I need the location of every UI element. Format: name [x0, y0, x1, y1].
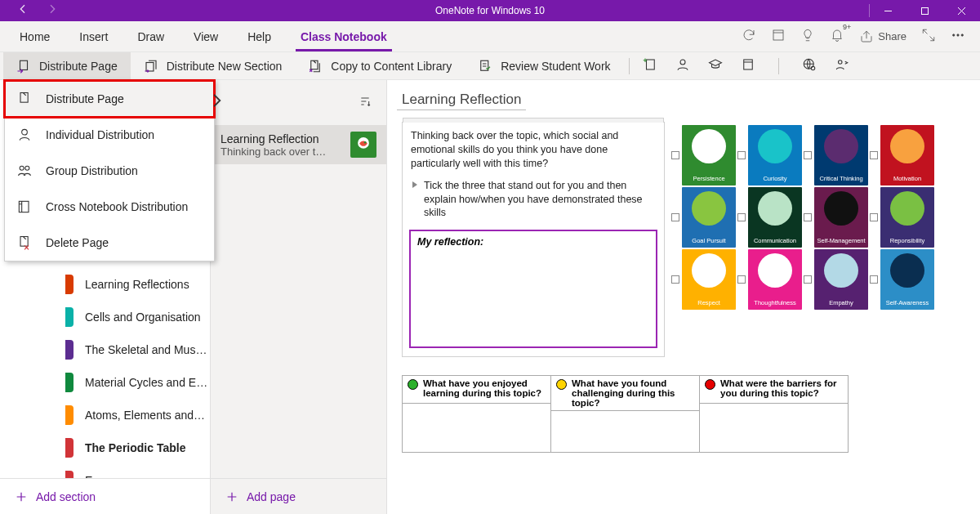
add-page-button[interactable]: Add page	[211, 478, 386, 514]
graduation-icon[interactable]	[708, 57, 723, 75]
skill-checkbox[interactable]	[804, 213, 812, 221]
more-icon[interactable]	[951, 28, 965, 45]
back-icon[interactable]	[16, 2, 29, 19]
skill-checkbox[interactable]	[671, 151, 679, 159]
skill-checkbox[interactable]	[737, 275, 746, 284]
idea-icon[interactable]	[800, 28, 815, 45]
window-title: OneNote for Windows 10	[435, 5, 545, 16]
skill-card-label: Empathy	[829, 299, 853, 310]
tab-home[interactable]: Home	[5, 21, 65, 51]
skill-checkbox[interactable]	[804, 151, 812, 159]
question-answer-cell[interactable]	[551, 411, 699, 452]
question-answer-cell[interactable]	[403, 404, 550, 445]
svg-rect-1	[773, 30, 783, 40]
my-reflection-box[interactable]: My reflection:	[409, 230, 657, 348]
skill-checkbox[interactable]	[737, 151, 746, 159]
skill-checkbox[interactable]	[870, 151, 878, 159]
tab-view[interactable]: View	[179, 21, 233, 51]
menu-cross-notebook-distribution[interactable]: Cross Notebook Distribution	[5, 189, 214, 225]
maximize-button[interactable]	[906, 0, 943, 21]
person-icon[interactable]	[675, 57, 690, 75]
section-item[interactable]: Material Cycles and E…	[0, 366, 210, 399]
svg-point-2	[953, 34, 955, 36]
skill-checkbox[interactable]	[870, 275, 878, 284]
skill-card-label: Self-Awareness	[886, 299, 929, 310]
question-dot-icon	[705, 379, 715, 390]
tab-help[interactable]: Help	[233, 21, 286, 51]
question-text: What were the barriers for you during th…	[720, 378, 843, 398]
skill-card[interactable]: Empathy	[814, 249, 868, 310]
add-notebook-icon[interactable]	[643, 57, 657, 75]
review-work-button[interactable]: Review Student Work	[465, 52, 623, 79]
skills-grid: Persistence Curiosity Critical Thinking …	[671, 125, 934, 310]
skill-card[interactable]: Thoughtfulness	[748, 249, 802, 310]
note-container[interactable]: Thinking back over the topic, which soci…	[402, 122, 665, 357]
skill-checkbox[interactable]	[870, 213, 878, 221]
distribute-page-menu: Distribute Page Individual Distribution …	[4, 80, 215, 261]
fullscreen-icon[interactable]	[921, 28, 936, 45]
question-column: What were the barriers for you during th…	[700, 376, 848, 452]
skill-card-label: Persistence	[693, 175, 724, 185]
section-item[interactable]: The Periodic Table	[0, 431, 210, 464]
tab-class-notebook[interactable]: Class Notebook	[286, 21, 402, 51]
skill-card[interactable]: Reponsibility	[880, 187, 934, 248]
svg-rect-5	[20, 60, 28, 69]
skill-checkbox[interactable]	[671, 213, 679, 221]
close-button[interactable]	[943, 0, 980, 21]
skill-card[interactable]: Respect	[682, 249, 736, 310]
question-answer-cell[interactable]	[700, 404, 848, 445]
book-icon[interactable]	[741, 57, 755, 75]
menu-group-distribution[interactable]: Group Distribution	[5, 153, 214, 189]
skill-card[interactable]: Motivation	[880, 125, 934, 185]
copy-to-library-button[interactable]: Copy to Content Library	[295, 52, 465, 79]
distribute-page-button[interactable]: Distribute Page	[3, 52, 131, 79]
add-section-button[interactable]: Add section	[0, 478, 210, 514]
skill-checkbox[interactable]	[804, 275, 812, 284]
note-paragraph-2: Tick the three that stand out for you an…	[424, 179, 656, 221]
section-item[interactable]: Atoms, Elements and…	[0, 399, 210, 431]
skill-card-icon	[890, 191, 924, 226]
skill-card[interactable]: Persistence	[682, 125, 736, 185]
window-titlebar: OneNote for Windows 10	[0, 0, 980, 21]
skill-card[interactable]: Goal Pursuit	[682, 187, 736, 248]
section-item[interactable]: The Skeletal and Mus…	[0, 333, 210, 366]
notifications-icon[interactable]: 9+	[830, 28, 844, 45]
menu-delete-page[interactable]: Delete Page	[5, 225, 214, 261]
menu-individual-distribution[interactable]: Individual Distribution	[5, 117, 214, 153]
skill-card[interactable]: Self-Management	[814, 187, 868, 248]
tab-draw[interactable]: Draw	[122, 21, 179, 51]
section-item[interactable]: Learning Reflections	[0, 268, 210, 301]
section-item[interactable]: Cells and Organisation	[0, 301, 210, 333]
skill-card-icon	[824, 129, 858, 163]
minimize-button[interactable]	[870, 0, 906, 21]
forward-icon[interactable]	[46, 2, 59, 19]
skill-card[interactable]: Curiosity	[748, 125, 802, 185]
menu-distribute-page[interactable]: Distribute Page	[5, 81, 214, 117]
skill-checkbox[interactable]	[737, 213, 746, 221]
skill-card-label: Respect	[697, 299, 720, 310]
skill-card-icon	[758, 191, 792, 226]
skill-slot: Communication	[737, 187, 802, 248]
reflection-questions-table: What have you enjoyed learning during th…	[402, 375, 849, 453]
skill-card[interactable]: Self-Awareness	[880, 249, 934, 310]
sort-icon[interactable]	[359, 95, 372, 111]
globe-icon[interactable]	[802, 57, 817, 75]
fullpage-icon[interactable]	[771, 28, 786, 45]
tab-insert[interactable]: Insert	[65, 21, 122, 51]
section-item[interactable]: Energy	[0, 464, 210, 478]
skill-slot: Critical Thinking	[804, 125, 868, 185]
skill-card[interactable]: Communication	[748, 187, 802, 248]
share-button[interactable]: Share	[859, 29, 906, 44]
skill-card[interactable]: Critical Thinking	[814, 125, 868, 185]
skill-card-label: Curiosity	[763, 175, 786, 185]
page-title[interactable]: Learning Reflection	[397, 90, 526, 110]
distribute-section-button[interactable]: Distribute New Section	[131, 52, 296, 79]
skill-checkbox[interactable]	[671, 275, 679, 284]
section-tab-color	[65, 275, 74, 294]
sync-icon[interactable]	[742, 28, 756, 45]
svg-point-20	[25, 166, 29, 170]
teacher-icon[interactable]	[835, 57, 849, 75]
page-canvas[interactable]: Learning Reflection Thinking back over t…	[387, 80, 980, 514]
page-item-learning-reflection[interactable]: Learning Reflection Thinking back over t…	[211, 125, 386, 164]
skill-card-label: Self-Management	[817, 237, 865, 248]
